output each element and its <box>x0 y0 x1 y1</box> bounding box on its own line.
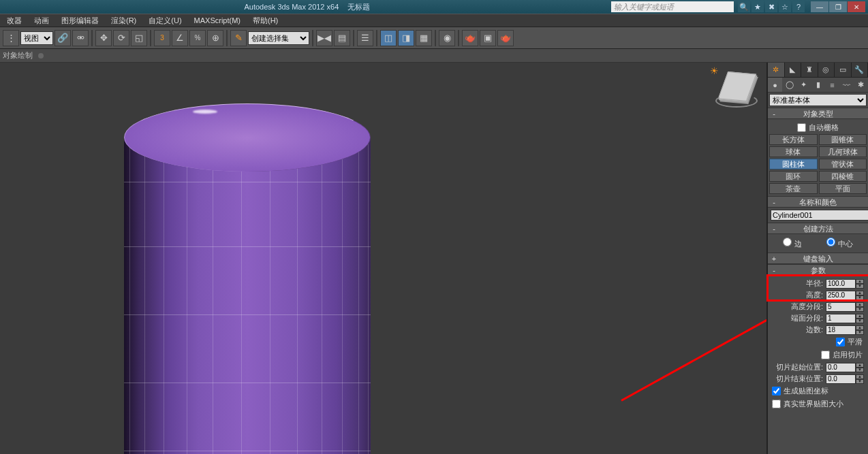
smooth-checkbox[interactable] <box>836 338 845 346</box>
reference-coord-dropdown[interactable]: 视图 <box>20 31 53 45</box>
mirror-icon[interactable]: ▶◀ <box>316 30 332 46</box>
render-icon[interactable]: 🫖 <box>497 30 514 46</box>
link-icon[interactable]: 🔗 <box>55 30 71 46</box>
favorite-icon[interactable]: ☆ <box>779 1 791 12</box>
title-bar: Autodesk 3ds Max 2012 x64 无标题 输入关键字或短语 🔍… <box>0 0 868 14</box>
display-icon: ▭ <box>839 65 846 74</box>
viewcube[interactable]: ☀ <box>713 67 761 114</box>
schematic-icon[interactable]: ▦ <box>416 30 432 46</box>
align-icon[interactable]: ▤ <box>334 30 350 46</box>
rollout-header[interactable]: -对象类型 <box>768 108 868 119</box>
render-frame-icon[interactable]: ▣ <box>480 30 496 46</box>
slice-to-input[interactable] <box>826 374 856 384</box>
dope-sheet-icon[interactable]: ◨ <box>398 30 414 46</box>
btn-teapot[interactable]: 茶壶 <box>769 183 818 194</box>
subtab-cameras[interactable]: ▮ <box>811 78 825 92</box>
cylinder-object[interactable] <box>123 103 375 454</box>
btn-tube[interactable]: 管状体 <box>819 159 867 169</box>
rollout-header[interactable]: +键盘输入 <box>768 253 868 264</box>
menu-item[interactable]: 动画 <box>29 14 55 27</box>
menu-item[interactable]: 自定义(U) <box>143 14 187 27</box>
gen-uv-checkbox[interactable] <box>772 387 781 395</box>
tab-display[interactable]: ▭ <box>835 63 852 77</box>
minimize-button[interactable]: ― <box>811 1 828 12</box>
hierarchy-icon: ♜ <box>806 65 813 74</box>
spinner-buttons[interactable]: ▲▼ <box>856 302 864 312</box>
help-icon[interactable]: ? <box>792 1 805 12</box>
named-sel-icon[interactable]: ✎ <box>230 30 247 46</box>
tab-create[interactable]: ✲ <box>768 63 785 77</box>
tab-hierarchy[interactable]: ♜ <box>801 63 818 77</box>
btn-cone[interactable]: 圆锥体 <box>819 134 867 145</box>
radio-edge[interactable]: 边 <box>783 238 801 249</box>
snap-3-icon[interactable]: 3 <box>154 30 170 46</box>
subtab-helpers[interactable]: ≡ <box>825 78 839 92</box>
viewport-perspective[interactable]: ☀ <box>0 63 767 454</box>
tab-modify[interactable]: ◣ <box>785 63 802 77</box>
primitive-category-dropdown[interactable]: 标准基本体 <box>769 94 867 106</box>
layers-icon[interactable]: ☰ <box>357 30 373 46</box>
spinner-buttons[interactable]: ▲▼ <box>856 325 864 335</box>
exchange-icon[interactable]: ✖ <box>765 1 777 12</box>
main-toolbar: ⋮ 视图 🔗 ⚮ ✥ ⟳ ◱ 3 ∠ % ⊕ ✎ 创建选择集 ▶◀ ▤ ☰ ◫ … <box>0 27 868 49</box>
menu-item[interactable]: 帮助(H) <box>247 14 283 27</box>
real-world-checkbox[interactable] <box>772 400 781 408</box>
btn-torus[interactable]: 圆环 <box>769 171 818 182</box>
subtab-shapes[interactable]: ◯ <box>782 78 796 92</box>
spinner-buttons[interactable]: ▲▼ <box>856 363 864 372</box>
spinner-buttons[interactable]: ▲▼ <box>856 374 864 384</box>
viewcube-ring[interactable] <box>715 94 758 108</box>
menu-item[interactable]: 渲染(R) <box>106 14 142 27</box>
scale-icon[interactable]: ◱ <box>131 30 147 46</box>
named-selection-dropdown[interactable]: 创建选择集 <box>248 31 309 45</box>
btn-pyramid[interactable]: 四棱锥 <box>819 171 867 182</box>
radio-center[interactable]: 中心 <box>826 238 852 249</box>
slice-from-input[interactable] <box>826 363 856 372</box>
help-search-input[interactable]: 输入关键字或短语 <box>611 1 734 12</box>
btn-cylinder[interactable]: 圆柱体 <box>769 159 818 169</box>
steering-wheel-icon[interactable]: ☀ <box>710 65 719 76</box>
height-segs-input[interactable] <box>826 302 856 312</box>
btn-geosphere[interactable]: 几何球体 <box>819 146 867 157</box>
rollout-header[interactable]: -创建方法 <box>768 223 868 234</box>
btn-plane[interactable]: 平面 <box>819 183 867 194</box>
subtab-lights[interactable]: ✦ <box>796 78 811 92</box>
btn-box[interactable]: 长方体 <box>769 134 818 145</box>
snap-spinner-icon[interactable]: ⊕ <box>207 30 223 46</box>
cap-segs-input[interactable] <box>826 314 856 323</box>
render-setup-icon[interactable]: 🫖 <box>462 30 478 46</box>
menu-item[interactable]: MAXScript(M) <box>189 15 246 26</box>
toolbar-handle-icon[interactable]: ⋮ <box>3 30 19 46</box>
subscription-icon[interactable]: ★ <box>751 1 764 12</box>
subtab-geometry[interactable]: ● <box>768 78 782 92</box>
menu-item[interactable]: 改器 <box>1 14 27 27</box>
maximize-button[interactable]: ❐ <box>829 1 847 12</box>
material-editor-icon[interactable]: ◉ <box>439 30 455 46</box>
search-icon[interactable]: 🔍 <box>738 1 750 12</box>
snap-angle-icon[interactable]: ∠ <box>172 30 188 46</box>
app-title-text: Autodesk 3ds Max 2012 x64 <box>244 3 339 11</box>
infocenter-icons: 🔍 ★ ✖ ☆ ? <box>738 1 805 12</box>
menu-item[interactable]: 图形编辑器 <box>56 14 104 27</box>
sides-input[interactable] <box>826 325 856 335</box>
rotate-icon[interactable]: ⟳ <box>113 30 129 46</box>
slice-on-checkbox[interactable] <box>821 351 830 359</box>
curve-editor-icon[interactable]: ◫ <box>380 30 397 46</box>
ribbon-toggle-icon[interactable] <box>38 53 44 59</box>
tab-utilities[interactable]: 🔧 <box>852 63 869 77</box>
rollout-header[interactable]: -名称和颜色 <box>768 197 868 208</box>
tab-motion[interactable]: ◎ <box>818 63 835 77</box>
spinner-buttons[interactable]: ▲▼ <box>856 314 864 323</box>
autogrid-checkbox[interactable] <box>797 123 806 132</box>
move-icon[interactable]: ✥ <box>95 30 112 46</box>
btn-sphere[interactable]: 球体 <box>769 146 818 157</box>
object-name-input[interactable] <box>771 210 868 221</box>
subtab-spacewarps[interactable]: 〰 <box>839 78 854 92</box>
subtab-systems[interactable]: ✱ <box>854 78 868 92</box>
unlink-icon[interactable]: ⚮ <box>72 30 89 46</box>
snap-percent-icon[interactable]: % <box>189 30 206 46</box>
doc-title-text: 无标题 <box>347 3 370 11</box>
utilities-icon: 🔧 <box>854 65 864 74</box>
motion-icon: ◎ <box>822 65 829 74</box>
close-button[interactable]: ✕ <box>848 1 865 12</box>
